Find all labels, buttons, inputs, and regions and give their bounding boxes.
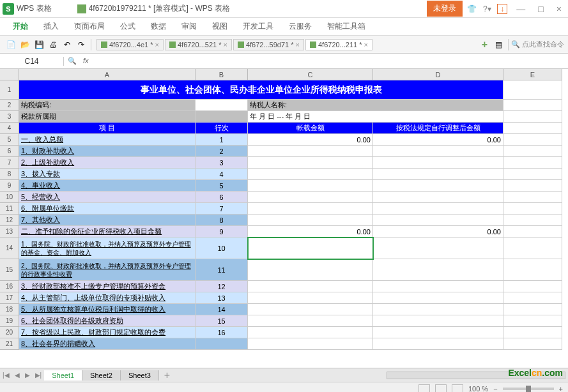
line-num-10[interactable]: 10 — [196, 237, 248, 259]
item-name-10[interactable]: 1、国务院、财政部批准收取，并纳入预算及预算外专户管理的基金、资金、附加收入 — [19, 237, 196, 259]
cell-e-10[interactable] — [503, 192, 562, 203]
menu-0[interactable]: 开始 — [5, 21, 36, 32]
line-num-14[interactable]: 14 — [196, 304, 248, 315]
item-name-1[interactable]: 一、收入总额 — [19, 134, 196, 146]
cell-e4[interactable] — [503, 123, 562, 134]
sheet-nav-prev[interactable]: ◀ — [12, 372, 22, 379]
line-num-[interactable] — [196, 338, 248, 350]
line-num-9[interactable]: 9 — [196, 226, 248, 237]
row-header-2[interactable]: 2 — [0, 100, 19, 111]
doc-tab-0[interactable]: 4f6720...4e1 *× — [96, 39, 164, 50]
tax-period-value[interactable]: 年 月 日 --- 年 月 日 — [248, 111, 503, 123]
help-icon[interactable]: ?▾ — [482, 4, 492, 14]
book-amount-9[interactable]: 0.00 — [248, 226, 373, 237]
add-sheet-button[interactable]: + — [159, 370, 175, 381]
cell-e-19[interactable] — [503, 315, 562, 327]
cell-e1[interactable] — [503, 80, 562, 100]
col-item-header[interactable]: 项 目 — [19, 123, 196, 134]
login-button[interactable]: 未登录 — [427, 1, 463, 17]
adj-amount-13[interactable] — [373, 292, 503, 304]
line-num-6[interactable]: 6 — [196, 192, 248, 203]
cell-e-16[interactable] — [503, 281, 562, 292]
tax-period-label[interactable]: 税款所属期 — [19, 111, 196, 123]
cell-e-11[interactable] — [503, 203, 562, 215]
minimize-button[interactable]: — — [512, 4, 529, 14]
book-amount-2[interactable] — [248, 146, 373, 157]
view-break-icon[interactable] — [452, 384, 463, 393]
book-amount-11[interactable] — [248, 259, 373, 281]
sheet-nav-last[interactable]: ▶| — [33, 372, 45, 379]
premium-icon[interactable]: ↓ — [497, 4, 507, 14]
command-search[interactable]: 🔍 点此查找命令 — [511, 40, 564, 49]
cell-e-21[interactable] — [503, 338, 562, 350]
line-num-2[interactable]: 2 — [196, 146, 248, 157]
item-name-9[interactable]: 二、准予扣除的免征企业所得税收入项目金额 — [19, 226, 196, 237]
line-num-15[interactable]: 15 — [196, 315, 248, 327]
print-icon[interactable]: 🖨 — [47, 39, 59, 50]
line-num-7[interactable]: 7 — [196, 203, 248, 215]
adj-amount-14[interactable] — [373, 304, 503, 315]
item-name-4[interactable]: 3、拨入专款 — [19, 169, 196, 180]
book-amount-5[interactable] — [248, 180, 373, 192]
adj-amount-15[interactable] — [373, 315, 503, 327]
col-header-D[interactable]: D — [373, 69, 503, 80]
line-num-16[interactable]: 16 — [196, 327, 248, 338]
item-name-8[interactable]: 7、其他收入 — [19, 215, 196, 226]
book-amount-8[interactable] — [248, 215, 373, 226]
adj-amount-12[interactable] — [373, 281, 503, 292]
sheet-tab-Sheet1[interactable]: Sheet1 — [44, 370, 82, 381]
row-header-17[interactable]: 17 — [0, 292, 19, 304]
redo-icon[interactable]: ↷ — [75, 39, 87, 50]
cell-e-6[interactable] — [503, 146, 562, 157]
new-icon[interactable]: 📄 — [5, 39, 17, 50]
doc-tab-3[interactable]: 4f6720...211 *× — [305, 39, 372, 50]
row-header-3[interactable]: 3 — [0, 111, 19, 123]
cell-e-14[interactable] — [503, 237, 562, 259]
sheet-tab-Sheet3[interactable]: Sheet3 — [121, 370, 159, 381]
cell-e-13[interactable] — [503, 226, 562, 237]
adj-amount-11[interactable] — [373, 259, 503, 281]
book-amount-15[interactable] — [248, 315, 373, 327]
save-icon[interactable]: 💾 — [33, 39, 45, 50]
row-header-18[interactable]: 18 — [0, 304, 19, 315]
book-amount-10[interactable] — [248, 237, 373, 259]
add-tab-button[interactable]: + — [478, 38, 491, 52]
cell-e-7[interactable] — [503, 157, 562, 169]
line-num-12[interactable]: 12 — [196, 281, 248, 292]
col-header-B[interactable]: B — [196, 69, 248, 80]
doc-tab-1[interactable]: 4f6720...521 *× — [165, 39, 232, 50]
close-icon[interactable]: × — [364, 41, 367, 49]
line-num-13[interactable]: 13 — [196, 292, 248, 304]
row-header-20[interactable]: 20 — [0, 327, 19, 338]
spreadsheet[interactable]: ABCDE 123456789101112131415161718192021 … — [0, 69, 568, 368]
menu-9[interactable]: 智能工具箱 — [319, 21, 373, 32]
menu-6[interactable]: 视图 — [204, 21, 235, 32]
find-icon[interactable]: 🔍 — [68, 57, 77, 65]
book-amount-16[interactable] — [248, 327, 373, 338]
cell-e3[interactable] — [503, 111, 562, 123]
row-header-5[interactable]: 5 — [0, 134, 19, 146]
cell-e-5[interactable] — [503, 134, 562, 146]
cell-grid[interactable]: 事业单位、社会团体、民办非企业单位企业所得税纳税申报表纳税编码:纳税人名称:税款… — [19, 80, 562, 350]
select-all-corner[interactable] — [0, 69, 19, 80]
adj-amount-3[interactable] — [373, 157, 503, 169]
col-header-A[interactable]: A — [19, 69, 196, 80]
cell-e-8[interactable] — [503, 169, 562, 180]
line-num-1[interactable]: 1 — [196, 134, 248, 146]
sheet-nav-first[interactable]: |◀ — [0, 372, 12, 379]
row-header-10[interactable]: 10 — [0, 192, 19, 203]
line-num-11[interactable]: 11 — [196, 259, 248, 281]
cell-e-20[interactable] — [503, 327, 562, 338]
item-name-5[interactable]: 4、事业收入 — [19, 180, 196, 192]
row-header-8[interactable]: 8 — [0, 169, 19, 180]
col-header-C[interactable]: C — [248, 69, 373, 80]
menu-1[interactable]: 插入 — [36, 21, 66, 32]
close-icon[interactable]: × — [155, 41, 159, 49]
adj-amount-10[interactable] — [373, 237, 503, 259]
adj-amount-1[interactable]: 0.00 — [373, 134, 503, 146]
cell-e2[interactable] — [503, 100, 562, 111]
row-header-1[interactable]: 1 — [0, 80, 19, 100]
menu-2[interactable]: 页面布局 — [66, 21, 112, 32]
book-amount-13[interactable] — [248, 292, 373, 304]
row-header-21[interactable]: 21 — [0, 338, 19, 350]
